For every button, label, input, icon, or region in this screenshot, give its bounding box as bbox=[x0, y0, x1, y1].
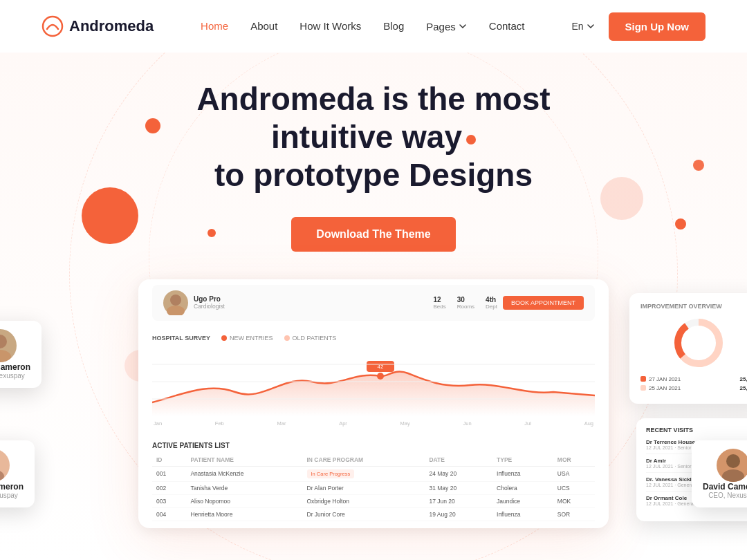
hero-headline: Andromeda is the most intuitive way to p… bbox=[42, 80, 706, 279]
col-type: TYPE bbox=[492, 454, 553, 467]
svg-point-1 bbox=[0, 335, 7, 348]
chart-label-new-text: NEW ENTRIES bbox=[230, 335, 273, 342]
dashboard-avatar bbox=[163, 290, 188, 315]
dashboard-user-role: Cardiologist bbox=[194, 303, 225, 310]
legend-color-1 bbox=[640, 376, 646, 382]
stat-dept-label: Dept bbox=[486, 304, 497, 310]
avatar-top-left bbox=[0, 329, 17, 362]
card-role-bottom-right: CEO, Nexuspay bbox=[708, 492, 747, 499]
svg-point-15 bbox=[0, 469, 4, 482]
chart-title: HOSPITAL SURVEY bbox=[152, 335, 210, 342]
svg-point-17 bbox=[722, 469, 744, 482]
table-row: 001Anastasia McKenzieIn Care Progress24 … bbox=[152, 466, 595, 481]
donut-chart-svg bbox=[671, 315, 726, 371]
col-date: DATE bbox=[425, 454, 492, 467]
col-name: PATIENT NAME bbox=[186, 454, 302, 467]
donut-chart-wrapper bbox=[640, 315, 747, 371]
right-panel-title: IMPROVEMENT OVERVIEW bbox=[640, 303, 747, 310]
language-selector[interactable]: En bbox=[571, 21, 594, 32]
legend-val-2: 25,003 bbox=[740, 385, 747, 391]
legend-row-2: 25 JAN 2021 25,003 bbox=[640, 385, 747, 391]
table-row: 003Aliso NopomooOxbridge Holton17 Jun 20… bbox=[152, 494, 595, 507]
stat-beds-label: Beds bbox=[434, 304, 446, 310]
logo-icon bbox=[42, 15, 64, 37]
chart-svg-wrapper: 42 bbox=[152, 347, 595, 419]
stat-rooms-label: Rooms bbox=[457, 304, 474, 310]
chart-label-old: OLD PATIENTS bbox=[284, 335, 337, 342]
lang-label: En bbox=[571, 21, 583, 32]
brand-name: Andromeda bbox=[69, 17, 154, 35]
legend-val-1: 25,002 bbox=[740, 376, 747, 382]
legend-label-1: 27 JAN 2021 bbox=[649, 376, 681, 382]
improvement-overview-panel: IMPROVEMENT OVERVIEW 27 JAN 2021 25,002 bbox=[629, 293, 747, 404]
deco-dot-inline bbox=[466, 135, 476, 144]
floating-card-top-left: David Cameron CEO, Nexuspay bbox=[0, 321, 42, 388]
svg-point-2 bbox=[0, 350, 11, 362]
card-role-top-left: CEO, Nexuspay bbox=[0, 372, 25, 380]
book-appointment-button[interactable]: BOOK APPOINTMENT bbox=[503, 296, 584, 310]
stat-dept-val: 4th bbox=[486, 296, 497, 304]
nav-contact[interactable]: Contact bbox=[489, 20, 525, 32]
nav-how-it-works[interactable]: How It Works bbox=[299, 20, 361, 32]
nav-right: En Sign Up Now bbox=[571, 12, 706, 41]
navbar: Andromeda Home About How It Works Blog P… bbox=[0, 0, 747, 53]
patients-table: ID PATIENT NAME IN CARE PROGRAM DATE TYP… bbox=[152, 454, 595, 521]
card-name-bottom-left: David Cameron bbox=[0, 482, 24, 492]
card-role-bottom-left: CEO, Nexuspay bbox=[0, 492, 18, 499]
legend-row-1: 27 JAN 2021 25,002 bbox=[640, 376, 747, 382]
donut-legend: 27 JAN 2021 25,002 25 JAN 2021 25,003 bbox=[640, 376, 747, 391]
avatar-bottom-left bbox=[0, 449, 10, 482]
table-title: ACTIVE PATIENTS LIST bbox=[152, 442, 595, 449]
dashboard-profile: Ugo Pro Cardiologist 12 Beds 30 Rooms 4t… bbox=[152, 285, 595, 321]
svg-point-4 bbox=[167, 306, 185, 315]
chart-label-new: NEW ENTRIES bbox=[221, 335, 273, 342]
dashboard-chart-area: HOSPITAL SURVEY NEW ENTRIES OLD PATIENTS bbox=[138, 326, 609, 435]
chart-labels: HOSPITAL SURVEY NEW ENTRIES OLD PATIENTS bbox=[152, 335, 595, 342]
chevron-down-icon-lang bbox=[587, 22, 595, 30]
svg-point-5 bbox=[377, 373, 384, 380]
floating-card-bottom-right: David Cameron CEO, Nexuspay bbox=[692, 440, 747, 507]
line-chart-svg: 42 bbox=[152, 347, 595, 416]
stat-rooms-val: 30 bbox=[457, 296, 474, 304]
stat-beds-val: 12 bbox=[434, 296, 446, 304]
chart-label-old-text: OLD PATIENTS bbox=[293, 335, 337, 342]
col-care: IN CARE PROGRAM bbox=[303, 454, 425, 467]
col-mor: MOR bbox=[553, 454, 595, 467]
hero-section: Andromeda is the most intuitive way to p… bbox=[0, 53, 747, 560]
visits-title: RECENT VISITS bbox=[646, 427, 747, 433]
table-row: 002Tanisha VerdeDr Alan Porter31 May 20C… bbox=[152, 481, 595, 494]
hero-title: Andromeda is the most intuitive way to p… bbox=[131, 80, 616, 195]
nav-about[interactable]: About bbox=[250, 20, 277, 32]
card-name-top-left: David Cameron bbox=[0, 362, 30, 372]
chart-dot-new bbox=[221, 335, 227, 341]
chevron-down-icon bbox=[459, 22, 467, 30]
dashboard-table-area: ACTIVE PATIENTS LIST ID PATIENT NAME IN … bbox=[138, 435, 609, 528]
dashboard-mockup: David Cameron CEO, Nexuspay Ugo Pro Card… bbox=[42, 279, 706, 528]
svg-point-16 bbox=[726, 454, 740, 468]
table-row: 004Henrietta MooreDr Junior Core19 Aug 2… bbox=[152, 507, 595, 521]
signup-button[interactable]: Sign Up Now bbox=[609, 12, 706, 41]
svg-point-0 bbox=[43, 17, 62, 36]
chart-dot-old bbox=[284, 335, 290, 341]
nav-pages[interactable]: Pages bbox=[426, 21, 467, 32]
floating-card-bottom-left: David Cameron CEO, Nexuspay bbox=[0, 440, 35, 507]
nav-home[interactable]: Home bbox=[201, 20, 228, 32]
legend-color-2 bbox=[640, 385, 646, 391]
col-id: ID bbox=[152, 454, 186, 467]
dashboard-main-card: Ugo Pro Cardiologist 12 Beds 30 Rooms 4t… bbox=[138, 279, 609, 528]
card-name-bottom-right: David Cameron bbox=[703, 482, 747, 492]
dashboard-stats: 12 Beds 30 Rooms 4th Dept bbox=[434, 296, 497, 310]
svg-point-3 bbox=[170, 295, 181, 306]
nav-links: Home About How It Works Blog Pages Conta… bbox=[201, 20, 524, 32]
logo[interactable]: Andromeda bbox=[42, 15, 154, 37]
dashboard-user-name: Ugo Pro bbox=[194, 295, 225, 303]
legend-label-2: 25 JAN 2021 bbox=[649, 385, 681, 391]
avatar-bottom-right bbox=[717, 449, 747, 482]
chart-x-axis: JanFebMarAprMayJunJulAug bbox=[152, 420, 595, 427]
download-button[interactable]: Download The Theme bbox=[291, 217, 455, 252]
nav-blog[interactable]: Blog bbox=[383, 20, 404, 32]
